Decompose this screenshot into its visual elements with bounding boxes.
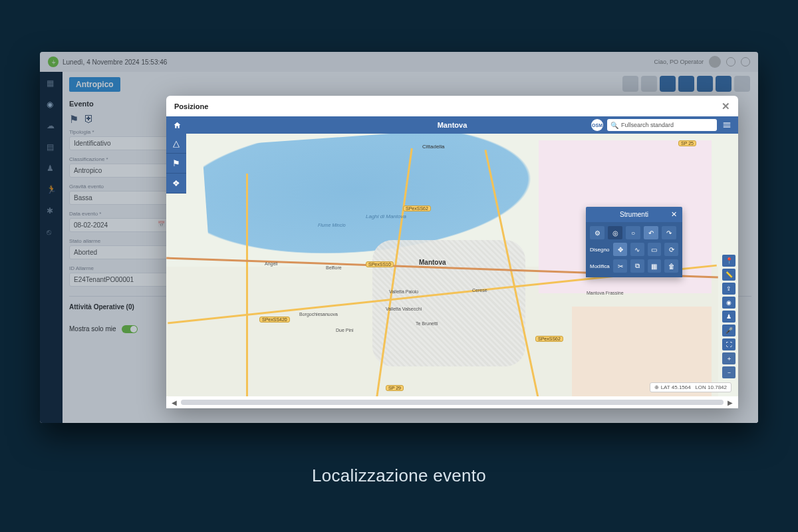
search-icon: 🔍: [610, 122, 618, 129]
gravita-input[interactable]: Bassa: [69, 191, 169, 205]
left-nav-rail: ▦ ◉ ☁ ▤ ♟ 🏃 ✱ ⎋: [40, 72, 63, 423]
zoom-out-button[interactable]: －: [722, 366, 735, 378]
draw-rect-icon[interactable]: ▭: [648, 243, 662, 256]
id-allarme-input[interactable]: E24TenantPO00001: [69, 273, 169, 287]
strip-person-icon[interactable]: ♟: [722, 311, 735, 323]
map-left-toolbar: △ ⚑ ❖: [166, 134, 186, 194]
edit-grid-icon[interactable]: ▦: [648, 259, 662, 273]
scroll-right-icon[interactable]: ▶: [728, 399, 733, 406]
avatar[interactable]: [709, 56, 721, 68]
location-pin-icon[interactable]: [726, 57, 735, 66]
river-label: Fiume Mincio: [318, 223, 346, 227]
data-evento-label: Data evento *: [69, 211, 169, 217]
show-mine-toggle[interactable]: [122, 325, 138, 333]
map-search-input[interactable]: 🔍 Fullsearch standard: [607, 119, 717, 131]
tool-undo-icon[interactable]: ↶: [644, 226, 658, 239]
shield-icon[interactable]: ⛨: [84, 113, 93, 122]
zoom-in-button[interactable]: ＋: [722, 352, 735, 364]
flag-icon[interactable]: ⚑: [69, 113, 78, 122]
road-label-sp62a: SPexSS62: [403, 205, 431, 211]
map-right-strip: 📍 📏 ⇪ ◉ ♟ 🎤 ⛶ ＋ －: [722, 255, 735, 378]
tools-panel: Strumenti ✕ ⚙ ◎ ○ ↶ ↷ Disegno ✥ ∿: [586, 207, 682, 277]
place-frassine: Mantova Frassine: [587, 291, 624, 295]
strip-globe-icon[interactable]: ◉: [722, 297, 735, 309]
place-valletta-valsecchi: Valletta Valsecchi: [386, 307, 422, 311]
edit-delete-icon[interactable]: 🗑: [664, 259, 678, 273]
strip-mic-icon[interactable]: 🎤: [722, 325, 735, 336]
map-coordinates: ⊕ LAT 45.1564 LON 10.7842: [650, 382, 732, 392]
id-allarme-label: ID Allarme: [69, 265, 169, 271]
tool-redo-icon[interactable]: ↷: [662, 226, 676, 239]
place-belfiore: Belfiore: [326, 265, 342, 270]
connection-indicator: ⏚: [48, 57, 59, 67]
event-form: Tipologia *Identificativo Classificazion…: [69, 129, 169, 287]
road-label-sp29: SP 29: [386, 385, 404, 391]
nav-calendar-icon[interactable]: ▤: [47, 142, 56, 152]
place-cittadella: Cittadella: [422, 144, 444, 150]
edit-cut-icon[interactable]: ✂: [613, 259, 627, 273]
scroll-left-icon[interactable]: ◀: [172, 399, 177, 406]
place-te-brunetti: Te Brunetti: [416, 321, 438, 326]
nav-cube-icon[interactable]: ✱: [47, 206, 56, 215]
stato-allarme-input[interactable]: Aborted: [69, 245, 169, 259]
event-type-chip: Antropico: [69, 77, 120, 92]
modal-title: Posizione: [174, 102, 208, 110]
nav-exit-icon[interactable]: ⎋: [47, 227, 56, 237]
toolbar-blue-3[interactable]: [697, 76, 713, 92]
place-borgochiesanuova: Borgochiesanuova: [299, 312, 338, 317]
place-valletta-paiolo: Valletta Paiolo: [389, 289, 418, 294]
road-label-sp62b: SPexSS62: [535, 336, 563, 342]
draw-path-icon[interactable]: ∿: [630, 243, 644, 256]
strip-expand-icon[interactable]: ⛶: [722, 338, 735, 350]
tools-panel-title: Strumenti: [620, 211, 648, 218]
gravita-label: Gravità evento: [69, 184, 169, 190]
tool-target-icon[interactable]: ◎: [608, 226, 622, 239]
tool-circle-icon[interactable]: ○: [626, 226, 640, 239]
map-tool-alert-icon[interactable]: △: [166, 134, 186, 154]
tools-panel-close-icon[interactable]: ✕: [671, 210, 677, 219]
data-evento-input[interactable]: 08-02-2024: [69, 218, 169, 232]
map-tool-layers-icon[interactable]: ❖: [166, 174, 186, 194]
nav-dashboard-icon[interactable]: ▦: [47, 78, 56, 88]
toolbar-grey-1[interactable]: [622, 76, 638, 92]
strip-ruler-icon[interactable]: 📏: [722, 269, 735, 281]
menu-icon[interactable]: [721, 119, 733, 131]
city-main-label: Mantova: [419, 259, 446, 266]
search-placeholder: Fullsearch standard: [621, 122, 674, 128]
toolbar-blue-2[interactable]: [678, 76, 694, 92]
nav-run-icon[interactable]: 🏃: [47, 185, 56, 194]
bell-icon[interactable]: [741, 57, 750, 66]
modal-horizontal-scrollbar[interactable]: ◀ ▶: [166, 396, 738, 408]
user-name: Ciao, PO Operator: [654, 59, 704, 65]
place-due-pini: Due Pini: [336, 328, 353, 332]
edit-merge-icon[interactable]: ⧉: [630, 259, 644, 273]
draw-rotate-icon[interactable]: ⟳: [664, 243, 678, 256]
nav-globe-icon[interactable]: ◉: [47, 100, 56, 109]
stato-allarme-label: Stato allarme: [69, 238, 169, 244]
map-tool-flag-icon[interactable]: ⚑: [166, 154, 186, 174]
toolbar-blue-1[interactable]: [660, 76, 676, 92]
draw-move-icon[interactable]: ✥: [613, 243, 627, 256]
osm-badge: OSM: [591, 119, 603, 131]
tool-gear-icon[interactable]: ⚙: [590, 226, 604, 239]
page-action-toolbar: [622, 76, 750, 92]
toolbar-grey-3[interactable]: [734, 76, 750, 92]
road-label-sp25: SP 25: [678, 140, 696, 146]
tipologia-label: Tipologia *: [69, 129, 169, 135]
home-icon[interactable]: [172, 120, 182, 130]
strip-share-icon[interactable]: ⇪: [722, 283, 735, 295]
strip-pin-icon[interactable]: 📍: [722, 255, 735, 267]
scroll-track[interactable]: [181, 400, 724, 405]
datetime-label: Lunedì, 4 Novembre 2024 15:53:46: [63, 59, 167, 66]
classificazione-label: Classificazione *: [69, 156, 169, 162]
nav-cloud-icon[interactable]: ☁: [47, 121, 56, 130]
nav-users-icon[interactable]: ♟: [47, 164, 56, 173]
toolbar-blue-4[interactable]: [716, 76, 732, 92]
classificazione-input[interactable]: Antropico: [69, 164, 169, 178]
modal-close-button[interactable]: ✕: [722, 101, 730, 111]
tipologia-input[interactable]: Identificativo: [69, 136, 169, 150]
row-disegno-label: Disegno: [590, 247, 610, 253]
map-canvas[interactable]: SPexSS62 SPexSS10 SPexSS62 SPexSS420 SP …: [166, 134, 738, 396]
toolbar-grey-2[interactable]: [641, 76, 657, 92]
slide-caption: Localizzazione evento: [0, 466, 798, 486]
